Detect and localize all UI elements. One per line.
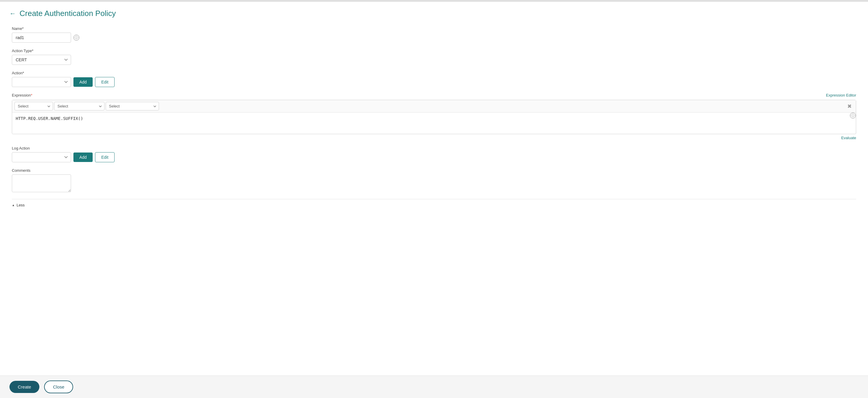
back-arrow[interactable]: ← xyxy=(9,10,16,18)
expression-select-1[interactable]: Select xyxy=(14,102,53,111)
form-section: Name* ⓘ Action Type* CERT LDAP RADIUS LO… xyxy=(9,26,859,207)
expression-header: Expression* Expression Editor xyxy=(12,93,856,97)
expression-textarea[interactable]: HTTP.REQ.USER.NAME.SUFFIX() xyxy=(12,113,847,134)
evaluate-link[interactable]: Evaluate xyxy=(841,135,856,140)
comments-group: Comments xyxy=(12,168,856,193)
page-header: ← Create Authentication Policy xyxy=(9,9,859,18)
action-select[interactable] xyxy=(12,77,71,87)
action-type-group: Action Type* CERT LDAP RADIUS LOCAL xyxy=(12,49,856,65)
expression-section: Expression* Expression Editor Select Sel… xyxy=(12,93,856,140)
expression-selects-row: Select Select Select ✖ xyxy=(12,100,856,113)
action-type-select[interactable]: CERT LDAP RADIUS LOCAL xyxy=(12,55,71,65)
expression-select-3[interactable]: Select xyxy=(106,102,159,111)
main-content: ← Create Authentication Policy Name* ⓘ A… xyxy=(0,2,868,375)
less-section: ▲ Less xyxy=(12,199,856,207)
name-input[interactable] xyxy=(12,33,71,43)
log-action-group: Log Action Add Edit xyxy=(12,146,856,162)
expression-label: Expression* xyxy=(12,93,32,97)
action-group: Action* Add Edit xyxy=(12,71,856,87)
action-label: Action* xyxy=(12,71,856,75)
less-arrow-icon: ▲ xyxy=(12,204,15,207)
page-wrapper: ← Create Authentication Policy Name* ⓘ A… xyxy=(0,0,868,398)
expression-info-icon[interactable]: ⓘ xyxy=(850,113,856,118)
less-label: Less xyxy=(17,203,25,207)
footer-bar: Create Close xyxy=(0,375,868,398)
page-title: Create Authentication Policy xyxy=(20,9,116,18)
log-action-edit-button[interactable]: Edit xyxy=(95,152,115,162)
expression-required: * xyxy=(31,93,32,97)
action-type-label: Action Type* xyxy=(12,49,856,53)
expression-box: Select Select Select ✖ HTTP.REQ.USER.NAM… xyxy=(12,100,856,134)
create-button[interactable]: Create xyxy=(9,381,39,393)
action-add-button[interactable]: Add xyxy=(73,77,93,87)
comments-label: Comments xyxy=(12,168,856,173)
log-action-select[interactable] xyxy=(12,152,71,162)
expression-clear-button[interactable]: ✖ xyxy=(845,102,854,110)
less-toggle[interactable]: ▲ Less xyxy=(12,203,856,207)
comments-textarea[interactable] xyxy=(12,175,71,192)
expression-editor-link[interactable]: Expression Editor xyxy=(826,93,856,97)
evaluate-link-container: Evaluate xyxy=(12,135,856,140)
log-action-label: Log Action xyxy=(12,146,856,150)
name-info-icon[interactable]: ⓘ xyxy=(73,35,79,40)
expression-select-2[interactable]: Select xyxy=(54,102,104,111)
name-input-row: ⓘ xyxy=(12,33,856,43)
action-edit-button[interactable]: Edit xyxy=(95,77,115,87)
close-button[interactable]: Close xyxy=(44,380,73,393)
log-action-row: Add Edit xyxy=(12,152,856,162)
action-row: Add Edit xyxy=(12,77,856,87)
name-group: Name* ⓘ xyxy=(12,26,856,43)
name-label: Name* xyxy=(12,26,856,31)
log-action-add-button[interactable]: Add xyxy=(73,153,93,162)
